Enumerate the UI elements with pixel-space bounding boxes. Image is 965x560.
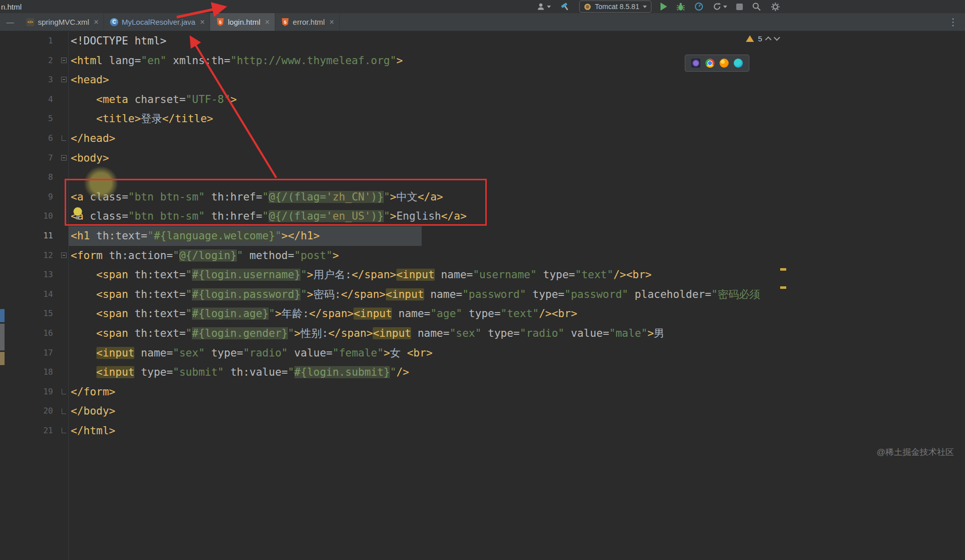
line-number: 4 xyxy=(0,90,68,110)
run-button[interactable] xyxy=(661,3,667,11)
line-number: 15 xyxy=(0,304,68,324)
code-line-2[interactable]: 2<html lang="en" xmlns:th="http://www.th… xyxy=(0,51,965,71)
fold-marker[interactable] xyxy=(62,409,66,414)
hide-tabs-icon[interactable]: — xyxy=(0,13,20,31)
line-number: 5 xyxy=(0,109,68,129)
tab-label: login.html xyxy=(228,18,260,26)
debug-button[interactable] xyxy=(676,2,685,12)
fold-marker[interactable] xyxy=(62,389,66,394)
code-line-15[interactable]: 15 <span th:text="#{login.age}">年龄:</spa… xyxy=(0,304,965,324)
close-icon[interactable]: × xyxy=(94,18,98,26)
xml-file-icon: </> xyxy=(26,18,34,26)
close-icon[interactable]: × xyxy=(200,18,205,26)
inspections-widget[interactable]: 5 xyxy=(746,32,779,44)
code-line-6[interactable]: 6</head> xyxy=(0,129,965,148)
fold-marker[interactable] xyxy=(61,155,67,161)
next-warning-icon[interactable] xyxy=(774,34,780,41)
tab-MyLocalResolver.java[interactable]: CMyLocalResolver.java× xyxy=(104,13,210,31)
ide-window: n.html Tomcat 8.5.81 xyxy=(0,0,965,560)
code-line-12[interactable]: 12<form th:action="@{/login}" method="po… xyxy=(0,246,965,266)
line-number: 20 xyxy=(0,401,68,421)
fold-marker[interactable] xyxy=(62,428,66,433)
settings-button[interactable] xyxy=(771,2,780,12)
line-number: 1 xyxy=(0,31,68,51)
code-editor[interactable]: 1<!DOCTYPE html>2<html lang="en" xmlns:t… xyxy=(0,31,965,560)
code-line-4[interactable]: 4 <meta charset="UTF-8"> xyxy=(0,90,965,110)
line-number: 19 xyxy=(0,382,68,402)
line-number: 14 xyxy=(0,285,68,304)
line-number: 18 xyxy=(0,363,68,382)
fold-marker[interactable] xyxy=(61,252,67,258)
warning-count: 5 xyxy=(758,34,762,43)
window-title: n.html xyxy=(1,3,22,11)
code-line-20[interactable]: 20</body> xyxy=(0,401,965,421)
chevron-down-icon xyxy=(643,6,647,8)
search-icon xyxy=(752,2,761,12)
browser-preview-bar xyxy=(685,55,749,72)
gutter-separator xyxy=(68,31,69,560)
firefox-browser-icon[interactable] xyxy=(720,59,729,68)
line-number: 8 xyxy=(0,168,68,187)
chevron-down-icon xyxy=(547,6,551,8)
line-number: 21 xyxy=(0,421,68,441)
fold-marker[interactable] xyxy=(61,77,67,82)
bug-icon xyxy=(676,2,685,12)
user-menu-button[interactable] xyxy=(536,2,551,11)
line-number: 17 xyxy=(0,343,68,363)
line-number: 11 xyxy=(0,226,68,246)
profile-button[interactable] xyxy=(694,2,703,11)
code-line-14[interactable]: 14 <span th:text="#{login.password}">密码:… xyxy=(0,285,965,304)
html-file-icon: 5 xyxy=(281,18,289,26)
tab-label: springMVC.xml xyxy=(38,18,89,26)
code-line-5[interactable]: 5 <title>登录</title> xyxy=(0,109,965,129)
line-number: 3 xyxy=(0,70,68,90)
search-everywhere-button[interactable] xyxy=(752,2,761,12)
rerun-button[interactable] xyxy=(713,2,727,11)
run-config-select[interactable]: Tomcat 8.5.81 xyxy=(579,1,651,13)
close-icon[interactable]: × xyxy=(329,18,334,26)
code-line-8[interactable]: 8 xyxy=(0,168,965,187)
stop-button[interactable] xyxy=(736,4,743,10)
chevron-down-icon xyxy=(723,6,727,8)
code-line-3[interactable]: 3<head> xyxy=(0,70,965,90)
gutter-mark-blue xyxy=(0,309,5,322)
code-line-18[interactable]: 18 <input type="submit" th:value="#{logi… xyxy=(0,363,965,382)
more-options-icon[interactable]: ⋮ xyxy=(941,13,965,31)
ie-browser-icon[interactable] xyxy=(691,59,700,68)
code-line-10[interactable]: 10<a class="btn btn-sm" th:href="@{/(fla… xyxy=(0,207,965,226)
fold-marker[interactable] xyxy=(61,58,67,63)
code-line-13[interactable]: 13 <span th:text="#{login.username}">用户名… xyxy=(0,265,965,285)
close-icon[interactable]: × xyxy=(265,18,269,26)
code-line-1[interactable]: 1<!DOCTYPE html> xyxy=(0,31,965,51)
line-number: 13 xyxy=(0,265,68,285)
tab-springMVC.xml[interactable]: </>springMVC.xml× xyxy=(20,13,104,31)
title-bar: n.html Tomcat 8.5.81 xyxy=(0,0,965,13)
run-config-label: Tomcat 8.5.81 xyxy=(595,3,639,11)
tab-login.html[interactable]: 5login.html× xyxy=(210,13,275,31)
watermark: @稀土掘金技术社区 xyxy=(877,446,954,458)
code-lines: 1<!DOCTYPE html>2<html lang="en" xmlns:t… xyxy=(0,31,965,440)
code-line-11[interactable]: 11<h1 th:text="#{language.welcome}"></h1… xyxy=(0,226,965,246)
scrollbar-warning-mark xyxy=(780,268,786,271)
line-number: 7 xyxy=(0,148,68,168)
scrollbar-warning-mark xyxy=(780,286,786,289)
code-line-9[interactable]: 9<a class="btn btn-sm" th:href="@{/(flag… xyxy=(0,187,965,207)
fold-marker[interactable] xyxy=(62,135,66,141)
line-number: 6 xyxy=(0,129,68,148)
code-line-19[interactable]: 19</form> xyxy=(0,382,965,402)
code-line-21[interactable]: 21</html> xyxy=(0,421,965,441)
tab-error.html[interactable]: 5error.html× xyxy=(275,13,340,31)
tomcat-icon xyxy=(584,3,591,11)
hammer-icon xyxy=(560,2,570,12)
intention-bulb-icon[interactable] xyxy=(72,206,84,221)
code-line-7[interactable]: 7<body> xyxy=(0,148,965,168)
profiler-icon xyxy=(694,2,703,11)
chrome-browser-icon[interactable] xyxy=(705,59,715,68)
restart-icon xyxy=(713,2,722,11)
previous-warning-icon[interactable] xyxy=(765,36,772,43)
edge-browser-icon[interactable] xyxy=(734,59,743,68)
tabs: </>springMVC.xml×CMyLocalResolver.java×5… xyxy=(20,13,340,31)
code-line-16[interactable]: 16 <span th:text="#{login.gender}">性别:</… xyxy=(0,324,965,343)
build-button[interactable] xyxy=(560,2,570,12)
code-line-17[interactable]: 17 <input name="sex" type="radio" value=… xyxy=(0,343,965,363)
